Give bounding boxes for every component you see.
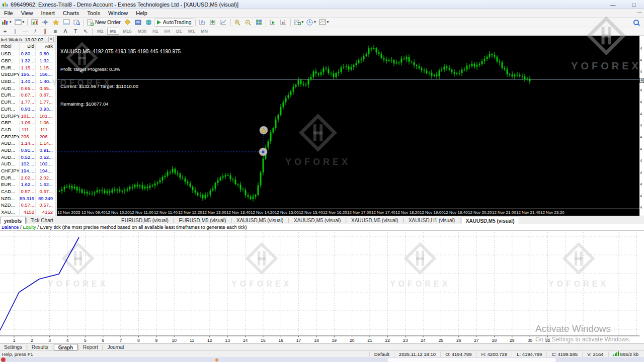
- market-watch-row[interactable]: AUD...0.65...0.65...: [0, 84, 55, 92]
- tester-tab-settings[interactable]: Settings: [0, 344, 26, 350]
- price-axis[interactable]: 444444444444444: [639, 36, 644, 216]
- tile-windows-icon[interactable]: [254, 18, 264, 27]
- chart-shift-icon[interactable]: [279, 18, 288, 27]
- timeframe-d1[interactable]: D1: [174, 28, 185, 34]
- zoom-in-icon[interactable]: [233, 18, 243, 27]
- new-chart-button[interactable]: ▾: [1, 18, 13, 27]
- market-watch-row[interactable]: AUD...0.91...0.91...: [0, 147, 55, 154]
- menu-help[interactable]: Help: [132, 10, 151, 17]
- market-watch-row[interactable]: EUR...2.02...2.02...: [0, 174, 55, 181]
- market-watch-row[interactable]: AUD...102....102....: [0, 160, 55, 167]
- navigator-toggle[interactable]: [51, 18, 60, 27]
- market-watch-row[interactable]: USD...0.80...0.80...: [0, 50, 55, 57]
- market-watch-tab-ymbols[interactable]: ymbols: [0, 217, 26, 224]
- market-watch-row[interactable]: EUR...1.77...1.77...: [0, 99, 55, 106]
- minimize-button[interactable]: —: [607, 2, 619, 8]
- fibonacci-icon[interactable]: ≡: [50, 28, 60, 34]
- market-watch-row[interactable]: USD...1.40...1.40...: [0, 78, 55, 85]
- taskbar-app-icon[interactable]: [1, 357, 6, 362]
- chart-tab[interactable]: XAUUSD,M5 (visual): [461, 217, 520, 224]
- search-icon[interactable]: [631, 18, 641, 27]
- profiles-button[interactable]: ▾: [14, 18, 26, 27]
- market-watch-row[interactable]: EUR...0.87...0.87...: [0, 92, 55, 99]
- terminal-toggle[interactable]: [61, 18, 71, 27]
- autotrading-button[interactable]: AutoTrading: [154, 18, 193, 27]
- bar-chart-icon[interactable]: [198, 18, 207, 27]
- trendline-icon[interactable]: /: [30, 28, 40, 34]
- timeframe-mn[interactable]: MN: [198, 28, 210, 34]
- timeframe-m30[interactable]: M30: [135, 28, 149, 34]
- auto-scroll-icon[interactable]: [268, 18, 278, 27]
- taskbar[interactable]: [0, 357, 644, 362]
- market-watch-row[interactable]: AUD...0.52...0.52...: [0, 153, 55, 160]
- candlestick-chart-icon[interactable]: [208, 18, 218, 27]
- market-watch-row[interactable]: EURJPY181....181....: [0, 112, 55, 119]
- indicators-button[interactable]: ▾: [293, 18, 305, 27]
- text-label-icon[interactable]: T: [70, 28, 80, 34]
- chart-tab[interactable]: XAUUSD,H1 (visual): [404, 217, 459, 224]
- market-watch-row[interactable]: NZD...89.31989.349: [0, 195, 55, 202]
- line-chart-icon[interactable]: [219, 18, 228, 27]
- close-icon[interactable]: ×: [48, 37, 54, 42]
- expert-advisors-icon[interactable]: [123, 18, 132, 27]
- community-icon[interactable]: [144, 18, 153, 27]
- market-watch-toggle[interactable]: [30, 18, 39, 27]
- market-watch-row[interactable]: GBP...1.06...1.06...: [0, 119, 55, 126]
- maximize-button[interactable]: □: [628, 2, 640, 8]
- market-watch-row[interactable]: AUD...1.14...1.14...: [0, 140, 55, 147]
- timeframe-h1[interactable]: H1: [150, 28, 161, 34]
- metaeditor-icon[interactable]: [133, 18, 143, 27]
- periods-button[interactable]: ▾: [305, 18, 317, 27]
- time-axis-label: 12 Nov 15:40: [299, 210, 323, 215]
- market-watch-row[interactable]: EUR...0.93...0.93...: [0, 106, 55, 113]
- chart-tab[interactable]: XAUUSD,M5 (visual): [232, 217, 288, 224]
- timeframe-w1[interactable]: W1: [186, 28, 198, 34]
- market-watch-row[interactable]: CAD...0.57...0.57...: [0, 188, 55, 195]
- market-watch-tab-tick-chart[interactable]: Tick Chart: [27, 217, 57, 224]
- new-order-button[interactable]: New Order: [86, 18, 122, 27]
- market-watch-row[interactable]: CAD...111....111....: [0, 126, 55, 133]
- market-watch-row[interactable]: XAU...41524152: [0, 209, 55, 216]
- market-watch-row[interactable]: GBP...1.32...1.32...: [0, 57, 55, 64]
- time-axis-label: 12 Nov 2025: [57, 210, 80, 215]
- timeframe-h4[interactable]: H4: [162, 28, 173, 34]
- menu-tools[interactable]: Tools: [83, 10, 104, 17]
- tester-tab-journal[interactable]: Journal: [103, 344, 128, 350]
- menu-file[interactable]: File: [0, 10, 17, 17]
- chart-tab[interactable]: EURUSD,M5 (visual): [175, 217, 231, 224]
- channel-icon[interactable]: ∥: [40, 28, 50, 35]
- market-watch-row[interactable]: NZD...0.57...0.57...: [0, 202, 55, 209]
- tester-tab-report[interactable]: Report: [79, 344, 102, 350]
- crosshair-icon[interactable]: +: [0, 28, 10, 34]
- market-watch-row[interactable]: GBPJPY206....206....: [0, 133, 55, 140]
- strategy-tester-toggle[interactable]: [72, 18, 82, 27]
- menu-insert[interactable]: Insert: [37, 10, 59, 17]
- menu-charts[interactable]: Charts: [59, 10, 83, 17]
- market-watch-row[interactable]: EUR...1.15...1.15...: [0, 64, 55, 71]
- market-watch-row[interactable]: CHFJPY194....194....: [0, 167, 55, 174]
- market-watch-row[interactable]: EUR...1.62...1.62...: [0, 181, 55, 188]
- arrows-icon[interactable]: ↖: [80, 28, 91, 35]
- price-axis-label: 4: [640, 112, 642, 116]
- data-window-toggle[interactable]: [40, 18, 50, 27]
- chart-tab[interactable]: XAUUSD,M5 (visual): [347, 217, 403, 224]
- vertical-line-icon[interactable]: |: [10, 28, 20, 34]
- tester-tab-results[interactable]: Results: [28, 344, 52, 350]
- menu-view[interactable]: View: [17, 10, 37, 17]
- chart-tab[interactable]: EURUSD,M5 (visual): [117, 217, 173, 224]
- child-minimize-button[interactable]: —: [637, 10, 642, 15]
- connection-bars-icon: [613, 351, 619, 356]
- timeframe-m1[interactable]: M1: [95, 28, 106, 34]
- templates-button[interactable]: ▾: [318, 18, 330, 27]
- time-axis[interactable]: 12 Nov 202512 Nov 09:4012 Nov 10:2012 No…: [57, 208, 639, 216]
- market-watch-row[interactable]: USDJPY156....156....: [0, 71, 55, 78]
- timeframe-m15[interactable]: M15: [120, 28, 134, 34]
- horizontal-line-icon[interactable]: —: [20, 28, 30, 34]
- zoom-out-icon[interactable]: [244, 18, 253, 27]
- tester-tab-graph[interactable]: Graph: [54, 344, 77, 350]
- taskbar-center-pill[interactable]: [387, 358, 556, 362]
- chart-tab[interactable]: XAUUSD,M5 (visual): [289, 217, 345, 224]
- text-icon[interactable]: A: [60, 28, 70, 34]
- timeframe-m5[interactable]: M5: [107, 28, 120, 35]
- menu-window[interactable]: Window: [104, 10, 132, 17]
